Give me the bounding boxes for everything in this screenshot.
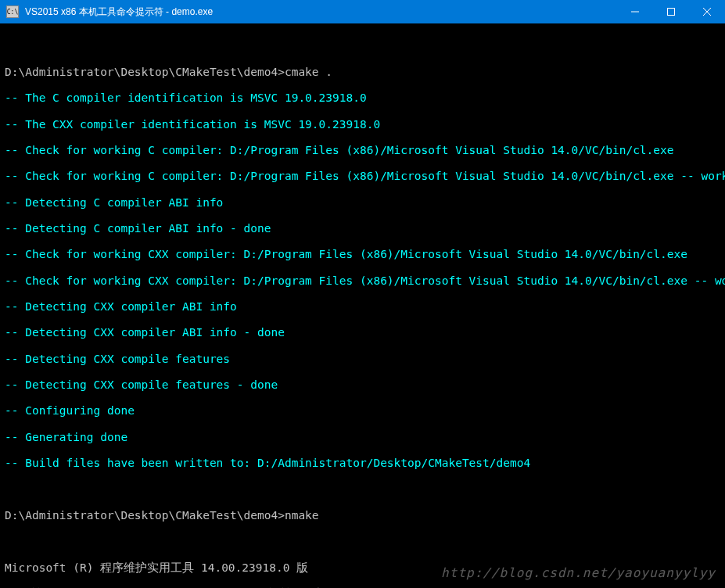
window-title: VS2015 x86 本机工具命令提示符 - demo.exe bbox=[25, 5, 617, 19]
output-line: -- Check for working CXX compiler: D:/Pr… bbox=[5, 248, 720, 261]
window-controls bbox=[617, 0, 725, 23]
console-window: C:\ VS2015 x86 本机工具命令提示符 - demo.exe D:\A… bbox=[0, 0, 725, 588]
terminal-viewport[interactable]: D:\Administrator\Desktop\CMakeTest\demo4… bbox=[0, 23, 725, 588]
output-line: -- Build files have been written to: D:/… bbox=[5, 457, 720, 470]
output-line: -- Detecting C compiler ABI info bbox=[5, 196, 720, 210]
minimize-icon bbox=[631, 8, 639, 16]
maximize-button[interactable] bbox=[653, 0, 689, 23]
prompt-line: D:\Administrator\Desktop\CMakeTest\demo4… bbox=[5, 509, 720, 522]
output-line: -- The CXX compiler identification is MS… bbox=[5, 118, 720, 131]
output-line bbox=[5, 483, 720, 497]
close-button[interactable] bbox=[689, 0, 725, 23]
output-line: -- Detecting CXX compiler ABI info bbox=[5, 300, 720, 314]
output-line: -- Detecting CXX compile features - done bbox=[5, 378, 720, 392]
window-icon: C:\ bbox=[6, 5, 19, 18]
minimize-button[interactable] bbox=[617, 0, 653, 23]
output-line: -- Check for working CXX compiler: D:/Pr… bbox=[5, 274, 720, 288]
output-line: -- Check for working C compiler: D:/Prog… bbox=[5, 144, 720, 157]
output-line: -- Generating done bbox=[5, 431, 720, 444]
output-line bbox=[5, 535, 720, 548]
output-line: -- Detecting CXX compiler ABI info - don… bbox=[5, 326, 720, 339]
titlebar[interactable]: C:\ VS2015 x86 本机工具命令提示符 - demo.exe bbox=[0, 0, 725, 23]
output-line: Microsoft (R) 程序维护实用工具 14.00.23918.0 版 bbox=[5, 561, 720, 575]
output-line: -- Configuring done bbox=[5, 404, 720, 418]
output-line: -- Detecting C compiler ABI info - done bbox=[5, 222, 720, 235]
prompt-line: D:\Administrator\Desktop\CMakeTest\demo4… bbox=[5, 66, 720, 79]
output-line: -- Check for working C compiler: D:/Prog… bbox=[5, 170, 720, 183]
output-line: -- The C compiler identification is MSVC… bbox=[5, 91, 720, 105]
close-icon bbox=[703, 8, 711, 16]
output-line: -- Detecting CXX compile features bbox=[5, 353, 720, 366]
output-line bbox=[5, 40, 720, 53]
svg-rect-1 bbox=[668, 9, 675, 16]
maximize-icon bbox=[667, 8, 675, 16]
